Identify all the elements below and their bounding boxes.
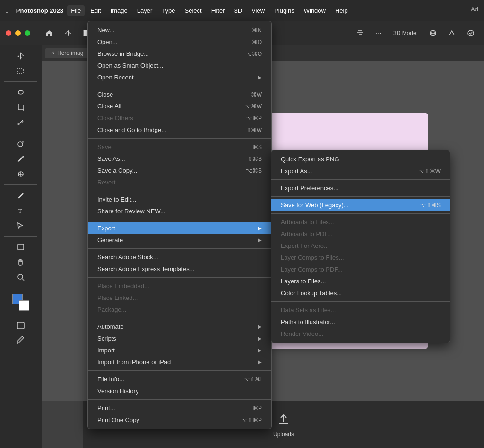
menu-print[interactable]: Print... ⌘P xyxy=(88,402,271,414)
sep-9 xyxy=(88,399,271,400)
export-preferences[interactable]: Export Preferences... xyxy=(271,182,450,194)
tool-spot-heal[interactable] xyxy=(14,137,27,150)
menu-file[interactable]: File xyxy=(67,5,85,16)
menu-invite[interactable]: Invite to Edit... xyxy=(88,193,271,205)
tool-zoom[interactable] xyxy=(14,271,27,284)
menu-browse-bridge[interactable]: Browse in Bridge... ⌥⌘O xyxy=(88,48,271,60)
foreground-color[interactable] xyxy=(12,294,29,311)
svg-point-14 xyxy=(18,274,23,279)
mode-icon1[interactable] xyxy=(425,26,441,41)
menu-close-label: Close xyxy=(97,91,113,98)
tool-clone[interactable] xyxy=(14,167,27,181)
menu-close-shortcut: ⌘W xyxy=(251,91,262,98)
menu-window[interactable]: Window xyxy=(300,5,329,16)
menu-search-express-label: Search Adobe Express Templates... xyxy=(97,265,195,272)
export-sep-4 xyxy=(271,301,450,302)
menu-package: Package... xyxy=(88,304,271,316)
menu-plugins[interactable]: Plugins xyxy=(270,5,298,16)
menu-3d[interactable]: 3D xyxy=(231,5,246,16)
menu-help[interactable]: Help xyxy=(331,5,352,16)
menu-save-as-shortcut: ⇧⌘S xyxy=(248,156,262,162)
tool-brush[interactable] xyxy=(14,152,27,166)
menu-edit[interactable]: Edit xyxy=(86,5,104,16)
menu-open-smart[interactable]: Open as Smart Object... xyxy=(88,60,271,71)
export-layers-files[interactable]: Layers to Files... xyxy=(271,275,450,287)
menu-generate-arrow: ▶ xyxy=(258,237,262,243)
menu-select[interactable]: Select xyxy=(181,5,205,16)
menu-scripts-arrow: ▶ xyxy=(258,336,262,341)
menu-close-all-shortcut: ⌥⌘W xyxy=(244,103,262,110)
mode-icon3[interactable] xyxy=(463,26,478,41)
menu-save-copy-shortcut: ⌥⌘S xyxy=(246,167,262,174)
tool-pen[interactable] xyxy=(14,189,27,202)
menu-save-as-label: Save As... xyxy=(97,155,125,162)
menu-scripts-label: Scripts xyxy=(97,335,116,342)
menu-items: File Edit Image Layer Type Select Filter… xyxy=(67,5,351,16)
tool-hand[interactable] xyxy=(14,255,27,269)
mode-icon2[interactable] xyxy=(444,26,459,41)
tool-shape[interactable] xyxy=(14,240,27,254)
menu-generate[interactable]: Generate ▶ xyxy=(88,234,271,246)
export-as[interactable]: Export As... ⌥⇧⌘W xyxy=(271,165,450,177)
export-artboards-files: Artboards to Files... xyxy=(271,216,450,228)
tool-crop[interactable] xyxy=(14,101,27,114)
menu-view[interactable]: View xyxy=(248,5,268,16)
menu-new-shortcut: ⌘N xyxy=(252,27,262,34)
menu-scripts[interactable]: Scripts ▶ xyxy=(88,333,271,344)
export-paths-illustrator-label: Paths to Illustrator... xyxy=(281,318,335,325)
document-tab[interactable]: × Hero imag xyxy=(45,48,89,58)
menu-open-recent[interactable]: Open Recent ▶ xyxy=(88,71,271,83)
menu-layer[interactable]: Layer xyxy=(133,5,156,16)
menu-file-info[interactable]: File Info... ⌥⇧⌘I xyxy=(88,373,271,385)
tool-move[interactable] xyxy=(14,49,27,62)
menu-filter[interactable]: Filter xyxy=(207,5,229,16)
minimize-button[interactable] xyxy=(15,30,21,36)
export-color-lookup[interactable]: Color Lookup Tables... xyxy=(271,287,450,299)
export-paths-illustrator[interactable]: Paths to Illustrator... xyxy=(271,316,450,328)
tool-path-select[interactable] xyxy=(14,219,27,232)
menu-close-bridge[interactable]: Close and Go to Bridge... ⇧⌘W xyxy=(88,124,271,136)
menu-share-review-label: Share for Review NEW... xyxy=(97,208,165,215)
menu-import-iphone[interactable]: Import from iPhone or iPad ▶ xyxy=(88,356,271,368)
tool-measure[interactable] xyxy=(14,116,27,129)
menu-version-history[interactable]: Version History xyxy=(88,385,271,397)
menu-automate[interactable]: Automate ▶ xyxy=(88,321,271,333)
tool-lasso[interactable] xyxy=(14,86,27,99)
menu-print-one-copy[interactable]: Print One Copy ⌥⇧⌘P xyxy=(88,414,271,426)
menu-close[interactable]: Close ⌘W xyxy=(88,88,271,100)
close-button[interactable] xyxy=(6,30,11,36)
upload-icon[interactable] xyxy=(275,411,292,428)
tool-extra1[interactable] xyxy=(14,319,27,332)
menu-import[interactable]: Import ▶ xyxy=(88,344,271,356)
move-tool-btn[interactable] xyxy=(60,26,76,41)
menu-image[interactable]: Image xyxy=(107,5,131,16)
menu-search-express[interactable]: Search Adobe Express Templates... xyxy=(88,263,271,275)
menu-share-review[interactable]: Share for Review NEW... xyxy=(88,205,271,217)
maximize-button[interactable] xyxy=(25,30,30,36)
menu-place-linked: Place Linked... xyxy=(88,292,271,304)
tab-close[interactable]: × xyxy=(51,50,54,56)
export-quick-png[interactable]: Quick Export as PNG xyxy=(271,153,450,165)
menu-new[interactable]: New... ⌘N xyxy=(88,24,271,36)
tool-extra2[interactable] xyxy=(14,334,27,347)
menu-automate-label: Automate xyxy=(97,323,124,330)
menu-close-all[interactable]: Close All ⌥⌘W xyxy=(88,100,271,112)
tool-type[interactable]: T xyxy=(14,204,27,217)
home-btn[interactable] xyxy=(42,26,57,41)
menu-save-copy[interactable]: Save a Copy... ⌥⌘S xyxy=(88,165,271,176)
more-btn[interactable]: ··· xyxy=(372,26,386,41)
menu-type[interactable]: Type xyxy=(158,5,179,16)
svg-rect-16 xyxy=(17,322,24,329)
menu-search-stock[interactable]: Search Adobe Stock... xyxy=(88,251,271,263)
export-render-video: Render Video... xyxy=(271,328,450,340)
menu-save-as[interactable]: Save As... ⇧⌘S xyxy=(88,153,271,165)
export-layers-files-label: Layers to Files... xyxy=(281,278,326,285)
menu-export[interactable]: Export ▶ xyxy=(88,222,271,234)
menu-open[interactable]: Open... ⌘O xyxy=(88,36,271,48)
menu-bar:  Photoshop 2023 File Edit Image Layer T… xyxy=(0,0,484,21)
svg-text:T: T xyxy=(18,208,22,214)
left-panel: T xyxy=(0,45,42,448)
apple-logo:  xyxy=(6,6,9,15)
tool-select-rect[interactable] xyxy=(14,64,27,78)
export-save-web[interactable]: Save for Web (Legacy)... ⌥⇧⌘S xyxy=(271,199,450,211)
